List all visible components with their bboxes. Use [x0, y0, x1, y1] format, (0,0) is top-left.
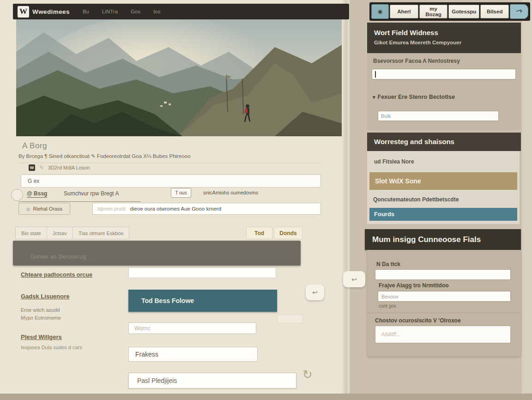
tous-button[interactable]: T ous	[171, 188, 191, 198]
tab-more[interactable]: Tias otmare Eskboo	[73, 227, 129, 239]
divider	[367, 313, 521, 313]
chevron-down-icon: ▾	[373, 94, 375, 100]
panel-fields-section-label[interactable]: ▾Fexuer Ere Stenro Bectotlse	[373, 94, 455, 100]
widget-tan-bar[interactable]: Slot WdX Sone	[369, 172, 517, 190]
donds-action-button[interactable]: Donds	[274, 227, 302, 239]
media-icon: ◎	[26, 206, 30, 212]
radio-handle[interactable]	[11, 189, 23, 201]
help-text-1: Eroe witch asudd Mypo Eotromeme	[21, 306, 61, 322]
arrow-icon	[516, 9, 522, 14]
tous-caption: snicAmiohs oumedovms	[203, 190, 258, 195]
panel-custom-label-3: Chostov ocuroslscito V 'Olroxoe	[375, 317, 461, 324]
panel-fields-body: Bsevorssor Facoa A Nentostresy ▾Fexuer E…	[367, 53, 521, 130]
form-field-4[interactable]	[128, 373, 296, 388]
tab-visual[interactable]: Bio state	[16, 227, 47, 239]
wordpress-badge-icon: W	[29, 164, 35, 171]
underline-rule	[18, 201, 141, 202]
pencil-icon[interactable]: ✎	[39, 164, 44, 171]
nav-item-3[interactable]: Gos	[131, 9, 140, 14]
tod-action-button[interactable]: Tod	[246, 227, 272, 239]
panel-custom-input-2[interactable]	[378, 291, 511, 302]
widget-teal-bar[interactable]: Fourds	[369, 208, 517, 221]
panel-custom-input-3[interactable]	[375, 326, 511, 343]
panel-fields-title: Wort Field Widness	[374, 29, 514, 36]
help-line-2: Mypo Eotromeme	[21, 314, 61, 322]
attachment-label[interactable]: 3D2rd MdlA Loson	[48, 165, 90, 170]
topbar-button-1[interactable]: Aherl	[390, 5, 418, 18]
secondary-settings-link[interactable]: Plesd Willgers	[21, 333, 62, 340]
post-title: A Borg	[22, 141, 47, 151]
topbar-button-3[interactable]: Gotesspu	[448, 5, 479, 18]
help-line-1: Eroe witch asudd	[21, 306, 61, 314]
undo-flyout-button[interactable]: ↩	[306, 285, 324, 300]
brand-title[interactable]: Wwedimees	[32, 8, 70, 15]
tag-link[interactable]: @ Bssg	[27, 190, 47, 198]
post-title-input[interactable]	[21, 174, 321, 188]
panel-widgets-label-2: Qoncutemateuton Pdettbetscdte	[373, 196, 459, 203]
permalink-ghost: blpmm prold	[97, 206, 126, 212]
nav-item-4[interactable]: Ios	[153, 9, 160, 14]
banner-label: Gonee an Dercokrug	[30, 254, 86, 260]
panel-widgets-header: Worresteg and shaisons	[367, 133, 521, 151]
far-right-strip	[522, 0, 532, 394]
eye-icon-button[interactable]: ◉	[371, 4, 389, 19]
panel-widgets-label-1: ud Fitslea Nore	[374, 158, 414, 165]
panel-custom-label-1: N Da ttck	[376, 261, 400, 267]
mountain-landscape-illustration	[16, 19, 342, 136]
ghost-field[interactable]	[277, 315, 303, 323]
eye-icon: ◉	[378, 8, 382, 15]
page: W Wwedimees Bu LiNTra Gos Ios ◉ Aherl my…	[0, 0, 532, 400]
panel-fields-input-1[interactable]	[372, 69, 516, 79]
editor-tabbar: Bio state Jctsav Tias otmare Eskboo	[15, 227, 129, 239]
featured-image[interactable]	[16, 19, 342, 136]
add-media-button[interactable]: ◎ Riehal Orass	[18, 203, 70, 215]
panel-fields-input-2[interactable]	[378, 111, 499, 121]
form-field-1[interactable]	[128, 267, 276, 278]
bottom-strip	[0, 394, 532, 400]
reply-arrow-icon: ↩	[312, 289, 318, 296]
attachment-row: W ✎ 3D2rd MdlA Loson	[29, 164, 90, 171]
reply-flyout-button[interactable]: ↩	[343, 271, 365, 287]
panel-custom-helper: cont gox	[379, 303, 396, 309]
topbar-nav: Bu LiNTra Gos Ios	[83, 9, 161, 14]
text-caret	[375, 71, 376, 78]
primary-teal-button[interactable]: Tod Bess Folowe	[128, 290, 277, 312]
wordpress-logo-icon[interactable]: W	[18, 6, 29, 18]
form-field-3[interactable]	[128, 347, 258, 362]
panel-custom-body: N Da ttck Frajve Alagg tro Nrmttldoo con…	[367, 250, 521, 357]
caption-settings-label[interactable]: Chteare padtoconts orcue	[21, 272, 92, 278]
panel-fields-subtitle: Gikot Emurea Moereth Cempyouer	[374, 40, 514, 45]
media-button-label: Riehal Orass	[33, 206, 63, 212]
help-text-3: Ieajasea Dula sudes d cars	[21, 345, 82, 350]
post-meta: By Brcega ¶ Sined otkanctloat ✎ Fodeoreo…	[18, 153, 191, 159]
reply-arrow-icon: ↩	[351, 276, 357, 283]
panel-custom-header: Mum insigg Cunneoose Fials	[365, 229, 521, 250]
permalink-value: dieoe oura otwromes Aue Gooo krnerd	[130, 206, 222, 212]
panel-custom-label-2: Frajve Alagg tro Nrmttldoo	[379, 282, 449, 289]
primary-settings-link[interactable]: Gadsk Lisuenore	[21, 293, 69, 300]
tab-text[interactable]: Jctsav	[47, 227, 73, 239]
main-sidebar-divider	[342, 0, 350, 394]
editor-toolbar-banner[interactable]: Gonee an Dercokrug	[13, 241, 301, 266]
nav-item-1[interactable]: Bu	[83, 9, 89, 14]
nav-item-2[interactable]: LiNTra	[102, 9, 118, 14]
panel-fields-header: Wort Field Widness Gikot Emurea Moereth …	[367, 23, 521, 53]
topbar-button-4[interactable]: Bilsed	[480, 5, 509, 18]
topbar-button-2[interactable]: my Bozag	[419, 5, 448, 18]
dropdown-arrow-button[interactable]	[510, 4, 528, 19]
panel-fields-label-1: Bsevorssor Facoa A Nentostresy	[373, 58, 460, 64]
divider	[18, 163, 322, 163]
refresh-icon[interactable]: ↻	[302, 368, 313, 382]
panel-widgets-body: ud Fitslea Nore Slot WdX Sone Qoncutemat…	[367, 151, 520, 224]
permalink-input[interactable]: blpmm prold dieoe oura otwromes Aue Gooo…	[92, 203, 321, 215]
section-label-text: Fexuer Ere Stenro Bectotlse	[378, 94, 455, 100]
form-field-2[interactable]	[128, 322, 256, 334]
topbar-actions: ◉ Aherl my Bozag Gotesspu Bilsed	[369, 2, 530, 21]
admin-topbar: W Wwedimees Bu LiNTra Gos Ios	[13, 4, 349, 19]
panel-custom-input-1[interactable]	[375, 269, 511, 280]
tag-description: Sumchvur rpw Bregt A	[64, 190, 119, 197]
